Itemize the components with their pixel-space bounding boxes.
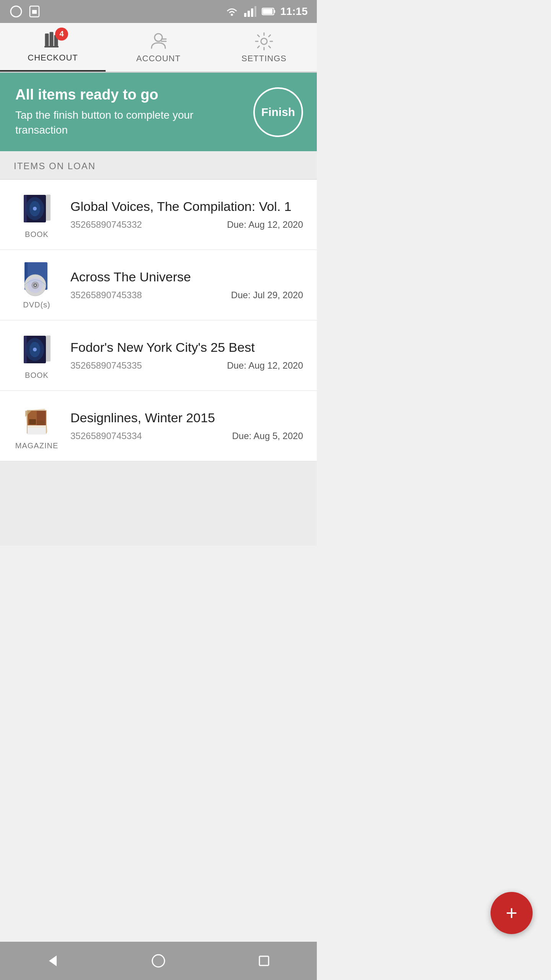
item-title-0: Global Voices, The Compilation: Vol. 1 <box>70 199 303 214</box>
item-barcode-3: 35265890745334 <box>70 431 142 441</box>
section-header: ITEMS ON LOAN <box>0 151 317 180</box>
svg-rect-6 <box>251 8 253 17</box>
item-due-2: Due: Aug 12, 2020 <box>227 360 303 371</box>
svg-rect-11 <box>45 34 49 46</box>
svg-rect-42 <box>29 419 36 425</box>
status-bar-right: 11:15 <box>225 5 308 18</box>
svg-point-0 <box>11 6 21 17</box>
item-icon-area-3: MAGAZINE <box>14 402 60 450</box>
checkout-icon: 4 <box>43 31 63 51</box>
svg-rect-12 <box>50 32 53 46</box>
tab-bar: 4 CHECKOUT ACCOUNT SETTINGS <box>0 23 317 73</box>
item-icon-area-0: BOOK <box>14 190 60 239</box>
item-meta-2: 35265890745335 Due: Aug 12, 2020 <box>70 360 303 371</box>
book-icon-2 <box>18 331 55 368</box>
item-barcode-0: 35265890745332 <box>70 219 142 230</box>
loan-item-3[interactable]: MAGAZINE Designlines, Winter 2015 352658… <box>0 391 317 461</box>
item-details-1: Across The Universe 35265890745338 Due: … <box>70 270 303 301</box>
banner: All items ready to go Tap the finish but… <box>0 73 317 151</box>
loan-item-0[interactable]: BOOK Global Voices, The Compilation: Vol… <box>0 180 317 250</box>
item-meta-0: 35265890745332 Due: Aug 12, 2020 <box>70 219 303 230</box>
sim-icon <box>28 5 41 18</box>
svg-rect-43 <box>37 421 44 425</box>
item-icon-area-1: DVD(s) <box>14 261 60 309</box>
svg-rect-9 <box>263 9 273 14</box>
banner-text: All items ready to go Tap the finish but… <box>15 87 244 137</box>
footer-area <box>0 461 317 546</box>
loan-item-2[interactable]: BOOK Fodor's New York City's 25 Best 352… <box>0 320 317 391</box>
item-details-3: Designlines, Winter 2015 35265890745334 … <box>70 410 303 441</box>
svg-rect-45 <box>28 428 46 434</box>
svg-rect-37 <box>46 336 51 362</box>
dvd-icon-1 <box>18 261 55 297</box>
svg-rect-4 <box>244 13 246 17</box>
item-title-1: Across The Universe <box>70 270 303 284</box>
status-bar: 11:15 <box>0 0 317 23</box>
tab-settings[interactable]: SETTINGS <box>211 23 317 72</box>
account-icon <box>148 31 168 51</box>
svg-rect-44 <box>28 425 46 428</box>
settings-tab-label: SETTINGS <box>241 54 287 64</box>
loan-item-1[interactable]: DVD(s) Across The Universe 3526589074533… <box>0 250 317 320</box>
item-meta-1: 35265890745338 Due: Jul 29, 2020 <box>70 290 303 301</box>
item-title-2: Fodor's New York City's 25 Best <box>70 340 303 355</box>
item-type-2: BOOK <box>25 371 49 380</box>
item-type-3: MAGAZINE <box>15 441 58 450</box>
svg-rect-7 <box>254 6 256 17</box>
svg-point-23 <box>33 207 37 211</box>
tab-account[interactable]: ACCOUNT <box>106 23 211 72</box>
signal-bars-icon <box>243 5 257 18</box>
book-icon-0 <box>18 190 55 227</box>
svg-point-15 <box>155 34 162 41</box>
status-bar-left <box>9 5 41 18</box>
svg-rect-5 <box>248 11 250 17</box>
item-meta-3: 35265890745334 Due: Aug 5, 2020 <box>70 431 303 441</box>
settings-icon <box>254 31 274 51</box>
loan-list: BOOK Global Voices, The Compilation: Vol… <box>0 180 317 461</box>
item-details-0: Global Voices, The Compilation: Vol. 1 3… <box>70 199 303 230</box>
item-title-3: Designlines, Winter 2015 <box>70 410 303 425</box>
finish-button[interactable]: Finish <box>253 87 303 137</box>
item-details-2: Fodor's New York City's 25 Best 35265890… <box>70 340 303 371</box>
item-due-1: Due: Jul 29, 2020 <box>231 290 303 301</box>
magazine-icon-3 <box>18 402 55 438</box>
svg-rect-14 <box>44 46 59 47</box>
item-barcode-1: 35265890745338 <box>70 290 142 301</box>
signal-icon <box>9 5 23 18</box>
items-on-loan-label: ITEMS ON LOAN <box>14 161 96 171</box>
checkout-tab-label: CHECKOUT <box>28 53 78 63</box>
svg-rect-10 <box>274 10 275 13</box>
item-barcode-2: 35265890745335 <box>70 360 142 371</box>
item-due-0: Due: Aug 12, 2020 <box>227 219 303 230</box>
tab-checkout[interactable]: 4 CHECKOUT <box>0 23 106 72</box>
battery-icon <box>262 5 276 18</box>
svg-rect-24 <box>46 195 51 221</box>
svg-point-31 <box>34 284 36 286</box>
item-type-0: BOOK <box>25 230 49 239</box>
banner-title: All items ready to go <box>15 87 244 103</box>
status-time: 11:15 <box>280 5 308 18</box>
svg-point-18 <box>261 38 267 44</box>
checkout-badge: 4 <box>55 28 68 41</box>
item-type-1: DVD(s) <box>23 301 51 309</box>
account-tab-label: ACCOUNT <box>136 54 181 64</box>
svg-point-36 <box>33 348 37 351</box>
item-due-3: Due: Aug 5, 2020 <box>232 431 303 441</box>
svg-point-3 <box>231 14 233 16</box>
item-icon-area-2: BOOK <box>14 331 60 380</box>
wifi-icon <box>225 5 239 18</box>
svg-rect-2 <box>32 10 37 14</box>
banner-subtitle: Tap the finish button to complete your t… <box>15 108 244 137</box>
